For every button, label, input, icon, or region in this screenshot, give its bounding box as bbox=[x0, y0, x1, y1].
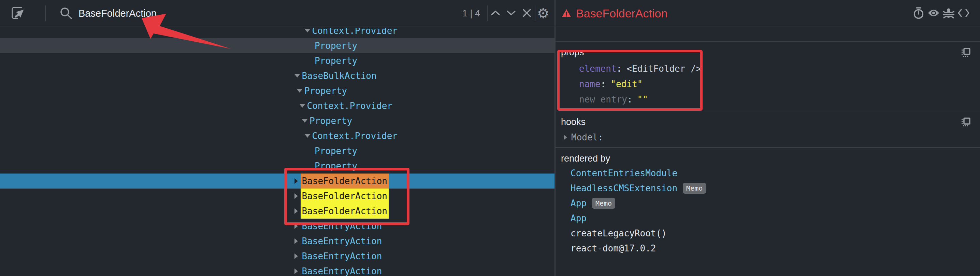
rendered-by-section: rendered by ContentEntriesModuleHeadless… bbox=[555, 148, 980, 276]
prop-key: new entry bbox=[579, 94, 627, 105]
settings-button[interactable]: ⚙ bbox=[535, 4, 551, 23]
expand-arrow-icon[interactable] bbox=[297, 89, 302, 93]
search-input[interactable] bbox=[78, 8, 462, 19]
component-name: Property bbox=[313, 144, 359, 158]
tree-row[interactable]: Property bbox=[0, 144, 555, 158]
tree-row[interactable]: BaseEntryAction bbox=[0, 264, 555, 276]
rendered-by-item: createLegacyRoot() bbox=[571, 226, 972, 241]
code-brackets-icon bbox=[957, 8, 970, 19]
inspect-dom-button[interactable] bbox=[926, 5, 941, 22]
expand-arrow-icon[interactable] bbox=[305, 29, 310, 32]
chevron-up-icon bbox=[490, 10, 501, 18]
component-name: Property bbox=[308, 113, 353, 128]
tree-row[interactable]: BaseEntryAction bbox=[0, 219, 555, 234]
expand-arrow-icon[interactable] bbox=[302, 119, 307, 123]
prop-separator: : bbox=[617, 64, 622, 74]
inspected-element-header: BaseFolderAction bbox=[555, 0, 980, 27]
owner-name: createLegacyRoot() bbox=[571, 228, 667, 238]
toolbar-divider bbox=[45, 5, 46, 21]
prop-entry[interactable]: name:"edit" bbox=[579, 76, 972, 91]
collapse-arrow-icon[interactable] bbox=[294, 254, 298, 259]
rendered-by-item: ContentEntriesModule bbox=[571, 166, 972, 181]
rendered-by-list: ContentEntriesModuleHeadlessCMSExtension… bbox=[561, 166, 972, 256]
prop-separator: : bbox=[601, 79, 606, 89]
log-to-console-button[interactable] bbox=[941, 5, 956, 22]
tree-row[interactable]: BaseBulkAction bbox=[0, 68, 555, 83]
owner-name[interactable]: ContentEntriesModule bbox=[571, 168, 677, 178]
collapse-arrow-icon[interactable] bbox=[294, 268, 298, 274]
tree-row[interactable]: Property bbox=[0, 83, 555, 98]
expand-arrow-icon[interactable] bbox=[300, 104, 305, 108]
stopwatch-icon bbox=[913, 7, 924, 20]
collapse-arrow-icon[interactable] bbox=[294, 178, 298, 184]
component-tree[interactable]: Context.ProviderPropertyPropertyBaseBulk… bbox=[0, 28, 555, 276]
component-name: Property bbox=[303, 83, 348, 98]
expand-arrow-icon[interactable] bbox=[294, 74, 300, 78]
collapse-arrow-icon[interactable] bbox=[294, 193, 298, 199]
inspected-element-panel: BaseFolderAction bbox=[555, 0, 980, 276]
tree-row[interactable]: BaseFolderAction bbox=[0, 188, 555, 204]
owner-name[interactable]: App bbox=[571, 213, 587, 223]
inspected-element-title: BaseFolderAction bbox=[576, 7, 667, 20]
hook-item-model[interactable]: Model: bbox=[561, 130, 972, 145]
tree-row[interactable]: Context.Provider bbox=[0, 98, 555, 113]
owner-name: react-dom@17.0.2 bbox=[571, 243, 656, 254]
prop-value: "" bbox=[637, 94, 648, 105]
prop-key: name bbox=[579, 79, 601, 89]
component-name: BaseFolderAction bbox=[301, 204, 389, 219]
search-results-count: 1 | 4 bbox=[462, 8, 480, 19]
hook-name: Model bbox=[571, 132, 598, 142]
collapse-arrow-icon[interactable] bbox=[564, 135, 567, 140]
owner-name[interactable]: HeadlessCMSExtension bbox=[571, 183, 677, 193]
tree-row[interactable]: Property bbox=[0, 158, 555, 174]
memo-badge: Memo bbox=[592, 198, 615, 209]
chevron-down-icon bbox=[506, 10, 517, 18]
copy-icon[interactable] bbox=[961, 118, 970, 127]
prop-key: element bbox=[579, 64, 617, 74]
tree-row[interactable]: Property bbox=[0, 113, 555, 128]
warning-icon bbox=[562, 9, 571, 18]
tree-row[interactable]: Context.Provider bbox=[0, 128, 555, 144]
tree-row[interactable]: Context.Provider bbox=[0, 28, 555, 38]
props-section: props element:<EditFolder />name:"edit"n… bbox=[555, 41, 980, 112]
expand-arrow-icon[interactable] bbox=[305, 134, 310, 138]
tree-row[interactable]: Property bbox=[0, 53, 555, 68]
copy-icon[interactable] bbox=[961, 48, 970, 57]
bug-icon bbox=[943, 7, 955, 20]
component-name: Property bbox=[313, 53, 359, 68]
suspend-toggle-button[interactable] bbox=[911, 5, 926, 22]
search-icon bbox=[59, 6, 73, 21]
prop-value: <EditFolder /> bbox=[627, 64, 701, 74]
prop-entry[interactable]: new entry:"" bbox=[579, 91, 972, 107]
owner-name[interactable]: App bbox=[571, 198, 587, 208]
next-match-button[interactable] bbox=[503, 4, 519, 23]
tree-row[interactable]: BaseFolderAction bbox=[0, 174, 555, 188]
inspect-element-icon bbox=[10, 5, 26, 22]
props-entries: element:<EditFolder />name:"edit"new ent… bbox=[561, 61, 972, 107]
tree-row[interactable]: BaseEntryAction bbox=[0, 234, 555, 249]
rendered-by-item: HeadlessCMSExtensionMemo bbox=[571, 181, 972, 196]
close-icon bbox=[522, 8, 531, 19]
rendered-by-item: AppMemo bbox=[571, 196, 972, 211]
tree-toolbar: 1 | 4 ⚙ bbox=[0, 0, 555, 27]
hook-separator: : bbox=[598, 132, 603, 142]
component-name: Property bbox=[313, 158, 359, 174]
collapse-arrow-icon[interactable] bbox=[294, 223, 298, 229]
collapse-arrow-icon[interactable] bbox=[294, 208, 298, 214]
tree-row[interactable]: Property bbox=[0, 38, 555, 53]
prop-entry[interactable]: element:<EditFolder /> bbox=[579, 61, 972, 76]
memo-badge: Memo bbox=[683, 183, 706, 194]
component-name: Context.Provider bbox=[306, 98, 394, 113]
clear-search-button[interactable] bbox=[519, 4, 535, 23]
collapse-arrow-icon[interactable] bbox=[294, 238, 298, 244]
previous-match-button[interactable] bbox=[488, 4, 503, 23]
view-source-button[interactable] bbox=[956, 5, 971, 22]
rendered-by-heading: rendered by bbox=[561, 153, 610, 164]
tree-row[interactable]: BaseFolderAction bbox=[0, 204, 555, 219]
prop-separator: : bbox=[627, 94, 633, 105]
tree-row[interactable]: BaseEntryAction bbox=[0, 249, 555, 264]
component-name: Context.Provider bbox=[311, 28, 399, 38]
hooks-heading: hooks bbox=[561, 117, 585, 127]
rendered-by-item: App bbox=[571, 211, 972, 226]
inspect-element-button[interactable] bbox=[10, 4, 26, 23]
